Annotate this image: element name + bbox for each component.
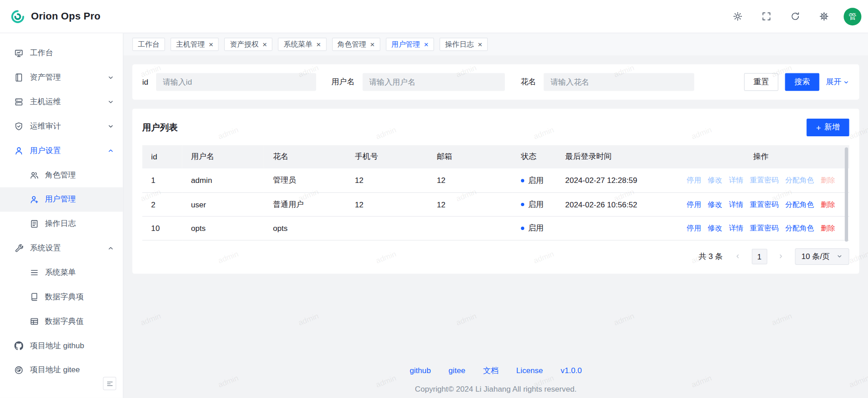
sidebar-item-label: 用户设置 [30, 146, 101, 156]
disable-action-link[interactable]: 停用 [687, 224, 701, 232]
theme-toggle-button[interactable] [729, 8, 746, 25]
close-icon[interactable]: × [262, 40, 267, 48]
delete-action-link[interactable]: 删除 [821, 200, 835, 208]
sidebar-item-system-settings[interactable]: 系统设置 [0, 236, 123, 260]
assign-role-action-link[interactable]: 分配角色 [785, 200, 814, 208]
close-icon[interactable]: × [316, 40, 321, 48]
sidebar-item-github-link[interactable]: 项目地址 github [0, 334, 123, 358]
sidebar-item-system-menu[interactable]: 系统菜单 [0, 260, 123, 285]
sidebar-item-ops-audit[interactable]: 运维审计 [0, 114, 123, 139]
table-header-row: id 用户名 花名 手机号 邮箱 状态 最后登录时间 操作 [142, 145, 849, 168]
pagination: 共 3 条 1 10 条/页 [142, 248, 849, 265]
close-icon[interactable]: × [424, 40, 428, 48]
tab-label: 主机管理 [176, 39, 205, 49]
tab-host-management[interactable]: 主机管理 × [171, 38, 219, 51]
sidebar-item-host-ops[interactable]: 主机运维 [0, 90, 123, 114]
disable-action-link[interactable]: 停用 [687, 176, 701, 184]
footer-links: github gitee 文档 License v1.0.0 [123, 365, 868, 375]
user-icon [14, 146, 24, 155]
search-actions: 重置 搜索 展开 [744, 73, 849, 91]
nickname-input[interactable] [544, 73, 694, 91]
footer-license-link[interactable]: License [516, 365, 543, 375]
reset-password-action-link[interactable]: 重置密码 [750, 224, 779, 232]
edit-action-link[interactable]: 修改 [708, 200, 722, 208]
detail-action-link[interactable]: 详情 [729, 224, 743, 232]
disable-action-link[interactable]: 停用 [687, 200, 701, 208]
fullscreen-icon [761, 12, 771, 21]
cell-id: 2 [142, 192, 182, 216]
table-scrollbar[interactable] [845, 148, 848, 242]
username-label: 用户名 [332, 77, 355, 87]
user-add-icon [30, 195, 39, 204]
tab-label: 工作台 [138, 39, 160, 49]
detail-action-link[interactable]: 详情 [729, 176, 743, 184]
add-user-button[interactable]: + 新增 [807, 119, 849, 136]
tab-workbench[interactable]: 工作台 [133, 38, 165, 51]
host-icon [14, 97, 24, 106]
edit-action-link[interactable]: 修改 [708, 224, 722, 232]
tab-user-management[interactable]: 用户管理 × [386, 38, 434, 51]
reset-password-action-link[interactable]: 重置密码 [750, 200, 779, 208]
delete-action-link[interactable]: 删除 [821, 224, 835, 232]
chevron-up-icon [107, 148, 114, 154]
sidebar-collapse-button[interactable] [103, 377, 116, 390]
tab-label: 操作日志 [445, 39, 474, 49]
cell-actions: 停用修改详情重置密码分配角色删除 [673, 192, 849, 216]
sidebar-item-user-settings[interactable]: 用户设置 [0, 139, 123, 163]
delete-action-link[interactable]: 删除 [821, 176, 835, 184]
table-row: 1 admin 管理员 12 12 启用 2024-02-27 12:28:59… [142, 168, 849, 192]
settings-button[interactable] [815, 8, 833, 25]
detail-action-link[interactable]: 详情 [729, 200, 743, 208]
pagination-total: 共 3 条 [699, 251, 723, 261]
shield-icon [14, 122, 24, 131]
cell-email [428, 216, 512, 240]
tab-operation-log[interactable]: 操作日志 × [440, 38, 488, 51]
panel-header: 用户列表 + 新增 [142, 119, 849, 136]
search-panel: id 用户名 花名 重置 搜索 展开 [133, 64, 859, 100]
page-size-select[interactable]: 10 条/页 [795, 248, 849, 265]
assign-role-action-link[interactable]: 分配角色 [785, 176, 814, 184]
refresh-button[interactable] [786, 8, 804, 25]
tab-label: 用户管理 [391, 39, 420, 49]
page-size-value: 10 条/页 [802, 251, 830, 261]
search-button[interactable]: 搜索 [785, 73, 820, 91]
prev-page-button[interactable] [730, 249, 745, 264]
expand-toggle[interactable]: 展开 [826, 77, 849, 87]
sidebar-item-user-management[interactable]: 用户管理 [0, 187, 123, 212]
footer-github-link[interactable]: github [410, 365, 431, 375]
fullscreen-button[interactable] [757, 8, 775, 25]
sidebar-item-label: 角色管理 [45, 170, 114, 180]
footer-version-link[interactable]: v1.0.0 [561, 365, 582, 375]
footer-docs-link[interactable]: 文档 [483, 365, 498, 375]
sidebar-item-workbench[interactable]: 工作台 [0, 41, 123, 66]
assign-role-action-link[interactable]: 分配角色 [785, 224, 814, 232]
collapse-icon [106, 380, 113, 387]
search-field-nickname: 花名 [521, 73, 694, 91]
tab-role-management[interactable]: 角色管理 × [332, 38, 380, 51]
sidebar-item-dict-item[interactable]: 数据字典项 [0, 285, 123, 309]
reset-button[interactable]: 重置 [744, 73, 778, 91]
brand[interactable]: Orion Ops Pro [10, 9, 100, 24]
sidebar-item-role-management[interactable]: 角色管理 [0, 163, 123, 187]
column-header-nickname: 花名 [264, 145, 346, 168]
tab-asset-authorization[interactable]: 资产授权 × [224, 38, 273, 51]
chevron-down-icon [836, 253, 842, 259]
tab-system-menu[interactable]: 系统菜单 × [278, 38, 327, 51]
page-number-button[interactable]: 1 [752, 249, 767, 264]
sidebar-item-label: 项目地址 gitee [30, 365, 114, 375]
avatar[interactable]: 管 [844, 8, 861, 25]
close-icon[interactable]: × [478, 40, 482, 48]
footer-gitee-link[interactable]: gitee [449, 365, 465, 375]
sidebar-item-dict-value[interactable]: 数据字典值 [0, 309, 123, 334]
edit-action-link[interactable]: 修改 [708, 176, 722, 184]
close-icon[interactable]: × [370, 40, 375, 48]
id-input[interactable] [156, 73, 316, 91]
next-page-button[interactable] [774, 249, 788, 264]
username-input[interactable] [362, 73, 505, 91]
reset-password-action-link[interactable]: 重置密码 [750, 176, 779, 184]
close-icon[interactable]: × [209, 40, 213, 48]
chevron-down-icon [107, 99, 114, 105]
sidebar-item-operation-log[interactable]: 操作日志 [0, 212, 123, 236]
cell-status: 启用 [512, 192, 556, 216]
sidebar-item-asset-management[interactable]: 资产管理 [0, 65, 123, 90]
